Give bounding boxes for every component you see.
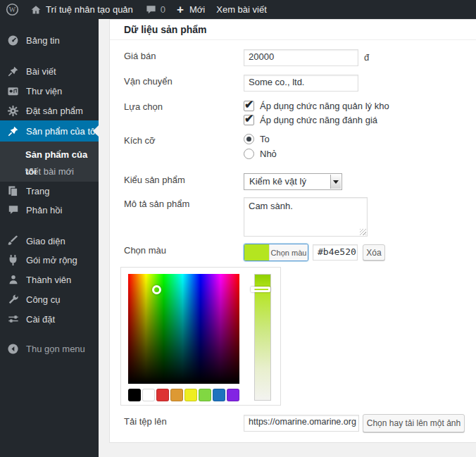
shipping-label: Vận chuyển xyxy=(124,73,173,90)
sidebar-item-settings[interactable]: Cài đặt xyxy=(0,309,99,329)
rating-checkbox[interactable] xyxy=(244,115,254,125)
options-label: Lựa chọn xyxy=(124,99,163,115)
dashboard-icon xyxy=(6,34,20,47)
wrench-icon xyxy=(6,293,20,306)
palette-swatch[interactable] xyxy=(142,389,155,401)
palette-swatch[interactable] xyxy=(227,389,239,401)
clear-color-button[interactable]: Xóa xyxy=(363,244,385,261)
sidebar-item-product-settings[interactable]: Đặt sản phẩm xyxy=(0,101,99,120)
price-input[interactable]: 20000 xyxy=(244,49,358,66)
sidebar-item-plugins[interactable]: Gói mở rộng xyxy=(0,250,99,270)
admin-sidebar: Bảng tin Bài viết Thư viện xyxy=(0,19,99,457)
product-data-metabox: Dữ liệu sản phẩm Giá bán 20000 đ Vận chu… xyxy=(109,19,476,443)
admin-bar: W Trí tuệ nhân tạo quản 0 + Mới Xem bài … xyxy=(0,0,476,19)
price-label: Giá bán xyxy=(124,48,156,65)
my-products-submenu: Sản phẩm của tôi Viết bài mới xyxy=(0,142,99,182)
description-textarea[interactable]: Cam sành. xyxy=(244,197,368,237)
palette-row xyxy=(128,389,239,401)
brush-icon xyxy=(6,234,20,248)
color-picker-toggle-label: Chọn màu xyxy=(269,244,308,261)
product-type-select[interactable]: Kiểm kê vật lý xyxy=(244,173,342,190)
plus-icon: + xyxy=(177,4,184,15)
comment-bubble-icon xyxy=(146,4,156,15)
size-radio-big-label: To xyxy=(260,134,270,144)
sidebar-item-appearance[interactable]: Giao diện xyxy=(0,231,99,251)
pin-icon xyxy=(6,65,20,78)
size-radio-small-label: Nhỏ xyxy=(260,149,277,159)
product-type-label: Kiểu sản phẩm xyxy=(124,172,185,189)
upload-label: Tải tệp lên xyxy=(124,413,167,430)
sidebar-item-tools[interactable]: Công cụ xyxy=(0,289,99,309)
size-label: Kích cỡ xyxy=(124,132,156,149)
metabox-title: Dữ liệu sản phẩm xyxy=(110,20,476,40)
site-name: Trí tuệ nhân tạo quản xyxy=(46,4,133,15)
upload-media-button[interactable]: Chọn hay tải lên một ảnh xyxy=(363,414,465,432)
submenu-item-add-new[interactable]: Viết bài mới xyxy=(0,163,99,180)
sidebar-item-media[interactable]: Thư viện xyxy=(0,81,99,101)
gear-icon xyxy=(6,104,20,118)
rating-checkbox-label: Áp dụng chức năng đánh giá xyxy=(260,115,377,125)
home-icon xyxy=(30,4,42,15)
size-radio-big[interactable] xyxy=(244,134,254,144)
sliders-icon xyxy=(6,313,20,326)
sidebar-item-pages[interactable]: Trang xyxy=(0,181,99,201)
comment-count: 0 xyxy=(161,4,165,15)
plugin-icon xyxy=(6,253,20,267)
palette-swatch[interactable] xyxy=(199,389,211,401)
stock-management-checkbox[interactable] xyxy=(244,101,254,111)
new-label: Mới xyxy=(189,4,205,15)
sidebar-item-users[interactable]: Thành viên xyxy=(0,270,99,289)
color-label: Chọn màu xyxy=(124,242,166,259)
comment-icon xyxy=(6,204,20,217)
sidebar-item-my-products[interactable]: Sản phẩm của tôi xyxy=(0,120,99,142)
collapse-icon xyxy=(6,342,20,356)
sidebar-item-dashboard[interactable]: Bảng tin xyxy=(0,30,99,50)
shipping-input[interactable]: Some co., ltd. xyxy=(244,75,358,92)
palette-swatch[interactable] xyxy=(184,389,197,401)
collapse-menu-button[interactable]: Thu gọn menu xyxy=(0,339,99,358)
currency-suffix: đ xyxy=(364,52,369,63)
palette-swatch[interactable] xyxy=(156,389,169,401)
size-radio-small[interactable] xyxy=(244,149,254,159)
pin-icon xyxy=(6,125,20,138)
current-color-swatch xyxy=(244,244,269,261)
submenu-item-my-products[interactable]: Sản phẩm của tôi xyxy=(0,146,99,163)
comments-menu[interactable]: 0 xyxy=(140,0,171,19)
palette-swatch[interactable] xyxy=(128,389,141,401)
palette-swatch[interactable] xyxy=(213,389,225,401)
description-label: Mô tả sản phẩm xyxy=(124,196,189,213)
lightness-strip-slider[interactable] xyxy=(254,274,271,401)
wordpress-logo-icon: W xyxy=(6,3,19,16)
hex-color-input[interactable]: #b4e520 xyxy=(313,244,358,261)
sidebar-item-comments[interactable]: Phản hồi xyxy=(0,200,99,220)
palette-swatch[interactable] xyxy=(170,389,183,401)
saturation-value-square[interactable] xyxy=(128,274,239,384)
new-content-menu[interactable]: + Mới xyxy=(171,0,211,19)
select-dropdown-arrow-icon xyxy=(330,175,341,189)
view-post-link[interactable]: Xem bài viết xyxy=(211,0,273,19)
svg-text:W: W xyxy=(9,6,16,13)
color-picker-circle-handle[interactable] xyxy=(152,285,161,294)
site-name-menu[interactable]: Trí tuệ nhân tạo quản xyxy=(25,0,139,19)
pages-icon xyxy=(6,184,20,198)
media-icon xyxy=(6,84,20,98)
sidebar-item-posts[interactable]: Bài viết xyxy=(0,61,99,81)
upload-url-input[interactable]: https://omarine.omarine.org xyxy=(244,415,359,432)
stock-management-checkbox-label: Áp dụng chức năng quản lý kho xyxy=(260,101,389,111)
strip-slider-handle[interactable] xyxy=(251,287,270,292)
color-picker-toggle-button[interactable]: Chọn màu xyxy=(244,244,308,261)
wp-logo-menu[interactable]: W xyxy=(0,0,25,19)
user-icon xyxy=(6,273,20,287)
color-picker-panel xyxy=(120,267,281,406)
